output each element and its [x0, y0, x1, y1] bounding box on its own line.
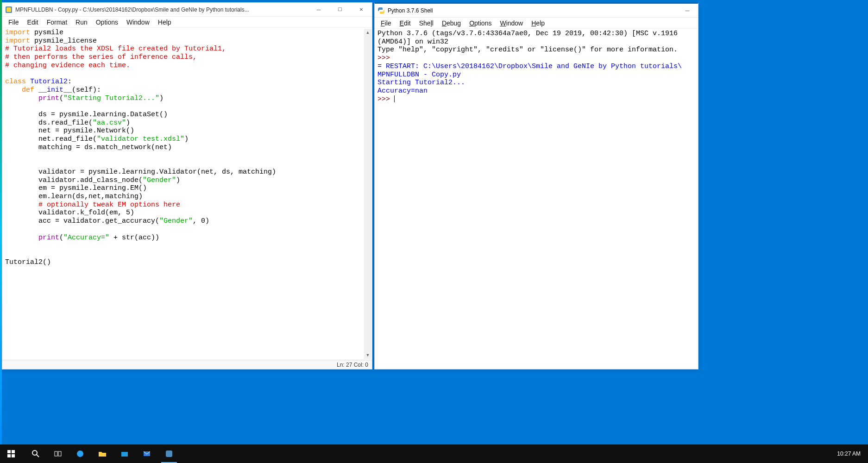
code-text: net = pysmile.Network(): [5, 127, 134, 135]
code-text: validator = pysmile.learning.Validator(n…: [5, 168, 276, 176]
taskbar-search[interactable]: [25, 444, 46, 463]
editor-close-button[interactable]: ✕: [351, 3, 372, 17]
taskbar-time: 10:27 AM: [837, 450, 861, 457]
code-text: (self):: [72, 86, 101, 94]
code-text: (: [59, 234, 63, 242]
taskbar-store[interactable]: [114, 444, 135, 463]
code-text: , 0): [193, 217, 209, 225]
idle-shell-window: Python 3.7.6 Shell — File Edit Shell Deb…: [374, 2, 698, 369]
code-indent: [5, 234, 38, 242]
windows-taskbar[interactable]: 10:27 AM: [0, 444, 868, 463]
taskbar-pinned-apps: [25, 444, 180, 463]
idle-editor-window: MPNFULLDBN - Copy.py - C:\Users\20184162…: [2, 2, 372, 369]
shell-banner: Type "help", "copyright", "credits" or "…: [377, 46, 678, 54]
editor-minimize-button[interactable]: —: [308, 3, 329, 17]
code-kw: class: [5, 78, 30, 86]
svg-rect-13: [166, 450, 172, 457]
code-string: "Gender": [159, 217, 193, 225]
shell-restart-line: MPNFULLDBN - Copy.py: [377, 71, 461, 79]
shell-menu-help[interactable]: Help: [527, 19, 549, 28]
code-text: em = pysmile.learning.EM(): [5, 184, 147, 192]
text-cursor: [394, 95, 395, 102]
code-string: "validator test.xdsl": [97, 135, 184, 143]
editor-maximize-button[interactable]: ☐: [329, 3, 351, 17]
code-indent: [5, 94, 38, 102]
start-button[interactable]: [0, 444, 22, 463]
code-text: net.read_file(: [5, 135, 97, 143]
folder-icon: [98, 449, 107, 458]
code-string: "Gender": [143, 176, 176, 184]
code-text: Tutorial2(): [5, 258, 51, 266]
taskbar-clock[interactable]: 10:27 AM: [834, 450, 863, 457]
shell-menubar: File Edit Shell Debug Options Window Hel…: [375, 18, 698, 29]
shell-prompt: >>>: [377, 95, 394, 103]
code-string: "aa.csv": [93, 119, 126, 127]
code-comment: # optionally tweak EM options here: [5, 201, 180, 209]
code-builtin: print: [38, 94, 59, 102]
python-file-icon: [5, 6, 13, 13]
scroll-up-icon[interactable]: ▲: [364, 29, 371, 36]
scroll-down-icon[interactable]: ▼: [364, 351, 371, 359]
editor-menu-edit[interactable]: Edit: [23, 18, 43, 27]
code-text: acc = validator.get_accuracy(: [5, 217, 159, 225]
svg-point-6: [32, 450, 37, 455]
editor-menu-help[interactable]: Help: [154, 18, 176, 27]
taskbar-taskview[interactable]: [47, 444, 69, 463]
shell-banner: (AMD64)] on win32: [377, 38, 448, 46]
svg-point-10: [77, 450, 83, 457]
shell-menu-file[interactable]: File: [377, 19, 396, 28]
editor-menubar: File Edit Format Run Options Window Help: [2, 17, 372, 28]
code-text: validator.add_class_node(: [5, 176, 143, 184]
shell-menu-window[interactable]: Window: [496, 19, 527, 28]
shell-menu-edit[interactable]: Edit: [396, 19, 415, 28]
editor-menu-options[interactable]: Options: [92, 18, 122, 27]
editor-code-area[interactable]: import pysmile import pysmile_license # …: [2, 28, 372, 360]
editor-scrollbar[interactable]: ▲ ▼: [364, 29, 371, 359]
store-icon: [120, 449, 129, 458]
code-string: "Starting Tutorial2...": [63, 94, 159, 102]
editor-title-text: MPNFULLDBN - Copy.py - C:\Users\20184162…: [15, 6, 249, 13]
taskbar-idle[interactable]: [158, 444, 180, 463]
shell-output-line: Starting Tutorial2...: [377, 79, 465, 87]
taskbar-explorer[interactable]: [92, 444, 113, 463]
editor-menu-run[interactable]: Run: [71, 18, 92, 27]
svg-rect-3: [12, 450, 15, 453]
shell-title-text: Python 3.7.6 Shell: [388, 7, 433, 14]
shell-titlebar[interactable]: Python 3.7.6 Shell —: [375, 4, 698, 18]
windows-logo-icon: [6, 449, 16, 458]
code-funcname: __init__: [38, 86, 72, 94]
code-text: em.learn(ds,net,matching): [5, 193, 143, 200]
editor-titlebar[interactable]: MPNFULLDBN - Copy.py - C:\Users\20184162…: [2, 3, 372, 17]
svg-rect-11: [121, 452, 128, 457]
shell-prompt: >>>: [377, 54, 394, 62]
taskview-icon: [53, 449, 63, 458]
taskbar-mail[interactable]: [136, 444, 157, 463]
code-comment: # changing evidence each time.: [5, 62, 130, 69]
svg-rect-2: [7, 450, 11, 453]
editor-menu-format[interactable]: Format: [43, 18, 71, 27]
shell-menu-options[interactable]: Options: [465, 19, 496, 28]
mail-icon: [142, 449, 151, 458]
search-icon: [31, 449, 40, 458]
code-text: ): [126, 119, 130, 127]
edge-icon: [75, 449, 85, 458]
code-text: ): [176, 176, 180, 184]
shell-output-line: Accuracy=nan: [377, 87, 428, 95]
code-text: ds.read_file(: [5, 119, 93, 127]
shell-restart-line: = RESTART: C:\Users\20184162\Dropbox\Smi…: [377, 63, 682, 70]
code-comment: # then performs the series of inference …: [5, 53, 197, 61]
code-text: + str(acc)): [109, 234, 159, 242]
code-text: (: [59, 94, 63, 102]
shell-output-area[interactable]: Python 3.7.6 (tags/v3.7.6:43364a7ae0, De…: [375, 29, 698, 369]
taskbar-edge[interactable]: [69, 444, 91, 463]
python-icon: [164, 449, 174, 458]
code-text: pysmile_license: [30, 37, 97, 45]
shell-menu-shell[interactable]: Shell: [415, 19, 438, 28]
shell-menu-debug[interactable]: Debug: [438, 19, 465, 28]
editor-menu-window[interactable]: Window: [122, 18, 154, 27]
editor-menu-file[interactable]: File: [4, 18, 23, 27]
shell-minimize-button[interactable]: —: [677, 4, 698, 18]
svg-rect-9: [58, 451, 61, 456]
code-text: :: [68, 78, 72, 86]
code-text: ): [159, 94, 164, 102]
